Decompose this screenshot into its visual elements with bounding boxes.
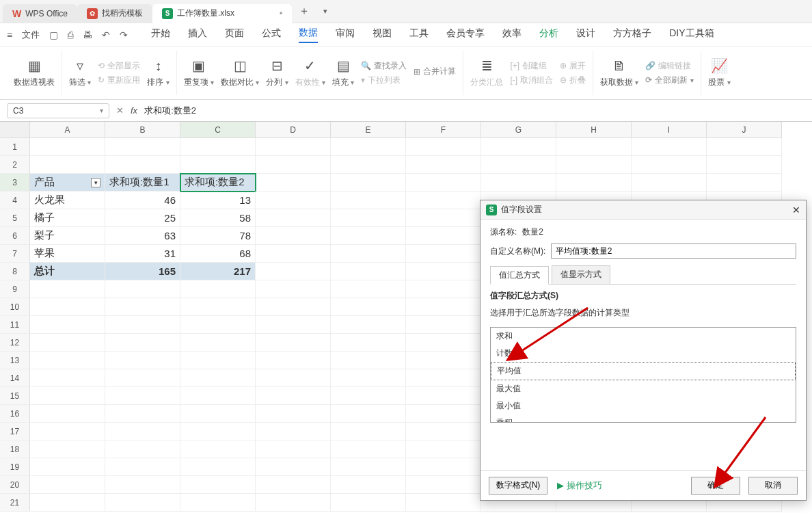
row-header[interactable]: 15 xyxy=(0,387,30,405)
menu-insert[interactable]: 插入 xyxy=(188,27,207,42)
cell[interactable] xyxy=(180,352,256,369)
function-option[interactable]: 计数 xyxy=(491,345,796,362)
cell[interactable] xyxy=(406,209,481,227)
cell[interactable] xyxy=(331,209,406,227)
cell[interactable] xyxy=(30,316,105,334)
row-header[interactable]: 18 xyxy=(0,440,30,458)
cell[interactable] xyxy=(331,227,406,245)
cell[interactable] xyxy=(406,192,481,209)
cell[interactable] xyxy=(30,476,105,494)
getdata-button[interactable]: 🗎获取数据 ▾ xyxy=(600,58,638,88)
cell[interactable] xyxy=(256,494,331,512)
editlink-button[interactable]: 🔗编辑链接 xyxy=(645,60,694,72)
cell[interactable] xyxy=(406,156,481,174)
cell[interactable] xyxy=(30,423,105,440)
function-option[interactable]: 乘积 xyxy=(491,415,796,423)
cell[interactable] xyxy=(256,476,331,494)
cell[interactable]: 橘子 xyxy=(30,209,105,227)
menu-start[interactable]: 开始 xyxy=(151,27,170,42)
cell[interactable]: 产品▾ xyxy=(30,174,105,192)
pivot-filter-button[interactable]: ▾ xyxy=(91,178,100,187)
cell[interactable] xyxy=(406,334,481,352)
group-button[interactable]: [+]创建组 xyxy=(510,60,553,72)
cell[interactable] xyxy=(331,298,406,316)
cell[interactable] xyxy=(105,405,180,423)
redo-icon[interactable]: ↷ xyxy=(120,29,128,40)
cell[interactable] xyxy=(406,298,481,316)
menu-review[interactable]: 审阅 xyxy=(336,27,355,42)
print-icon[interactable]: 🖶 xyxy=(83,29,92,40)
cell[interactable] xyxy=(331,476,406,494)
tab-summarize-by[interactable]: 值汇总方式 xyxy=(490,266,549,285)
cell[interactable] xyxy=(180,405,256,423)
new-tab-button[interactable]: ＋ xyxy=(292,4,316,18)
cell[interactable] xyxy=(406,387,481,405)
cell[interactable] xyxy=(256,280,331,298)
tab-dropdown[interactable]: ▾ xyxy=(316,7,334,16)
cell[interactable] xyxy=(30,334,105,352)
cell[interactable]: 25 xyxy=(105,209,180,227)
cell[interactable] xyxy=(30,138,105,156)
name-box[interactable]: C3 ▾ xyxy=(7,103,109,118)
tips-link[interactable]: ▶操作技巧 xyxy=(557,479,602,492)
cell[interactable] xyxy=(105,440,180,458)
cell[interactable] xyxy=(105,280,180,298)
cell[interactable] xyxy=(105,156,180,174)
cell[interactable] xyxy=(180,369,256,387)
col-header[interactable]: G xyxy=(481,122,556,138)
cell[interactable] xyxy=(105,476,180,494)
reapply-button[interactable]: ↻重新应用 xyxy=(98,75,140,86)
row-header[interactable]: 12 xyxy=(0,334,30,352)
cell[interactable] xyxy=(105,494,180,512)
cell[interactable] xyxy=(331,280,406,298)
function-list[interactable]: 求和计数平均值最大值最小值乘积 xyxy=(490,327,796,423)
dialog-titlebar[interactable]: S 值字段设置 ✕ xyxy=(481,200,806,220)
cell[interactable] xyxy=(180,316,256,334)
menu-ffgz[interactable]: 方方格子 xyxy=(613,27,651,42)
cell[interactable] xyxy=(331,369,406,387)
expand-button[interactable]: ⊕展开 xyxy=(560,60,586,72)
cell[interactable]: 总计 xyxy=(30,263,105,280)
cell[interactable] xyxy=(331,494,406,512)
tab-docer[interactable]: ✿ 找稻壳模板 xyxy=(77,4,152,23)
cell[interactable] xyxy=(30,352,105,369)
function-option[interactable]: 最大值 xyxy=(491,380,796,397)
cell[interactable] xyxy=(256,209,331,227)
tab-workbook[interactable]: S 工作簿数量.xlsx • xyxy=(152,4,292,23)
cell[interactable] xyxy=(556,138,632,156)
row-header[interactable]: 2 xyxy=(0,156,30,174)
cell[interactable]: 217 xyxy=(180,263,256,280)
col-header[interactable]: C xyxy=(180,122,256,138)
cell[interactable] xyxy=(406,494,481,512)
cell[interactable]: 火龙果 xyxy=(30,192,105,209)
cell[interactable] xyxy=(632,138,707,156)
col-header[interactable]: D xyxy=(256,122,331,138)
cell[interactable] xyxy=(105,458,180,476)
cell[interactable]: 78 xyxy=(180,227,256,245)
cell[interactable] xyxy=(406,263,481,280)
row-header[interactable]: 19 xyxy=(0,458,30,476)
cell[interactable] xyxy=(331,156,406,174)
cell[interactable] xyxy=(331,174,406,192)
cell[interactable] xyxy=(707,156,782,174)
custom-name-input[interactable] xyxy=(551,244,796,259)
cell[interactable] xyxy=(331,387,406,405)
findrec-button[interactable]: 🔍查找录入 xyxy=(361,60,407,72)
menu-page[interactable]: 页面 xyxy=(225,27,244,42)
col-header[interactable]: B xyxy=(105,122,180,138)
cell[interactable] xyxy=(256,458,331,476)
cell[interactable] xyxy=(256,423,331,440)
number-format-button[interactable]: 数字格式(N) xyxy=(489,477,547,495)
cell[interactable] xyxy=(180,458,256,476)
showall-button[interactable]: ⟲全部显示 xyxy=(98,60,140,72)
cell[interactable] xyxy=(331,245,406,263)
cell[interactable] xyxy=(105,298,180,316)
cell[interactable] xyxy=(180,280,256,298)
menu-tools[interactable]: 工具 xyxy=(409,27,429,42)
menu-analysis[interactable]: 分析 xyxy=(539,27,558,42)
col-header[interactable]: J xyxy=(707,122,782,138)
cell[interactable] xyxy=(30,494,105,512)
cell[interactable]: 46 xyxy=(105,192,180,209)
cell[interactable]: 求和项:数量1 xyxy=(105,174,180,192)
cell[interactable] xyxy=(406,458,481,476)
